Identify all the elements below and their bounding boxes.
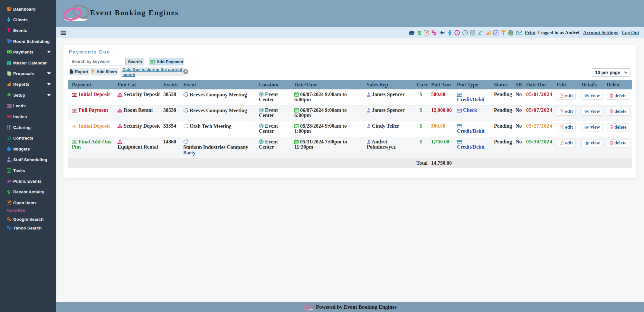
svg-text:$: $ — [418, 30, 421, 35]
svg-text:0: 0 — [74, 109, 75, 112]
svg-text:0: 0 — [152, 60, 153, 63]
svg-text:$: $ — [7, 190, 10, 194]
svg-text:0: 0 — [74, 125, 75, 127]
svg-text:0: 0 — [74, 93, 75, 96]
svg-text:0: 0 — [74, 141, 75, 143]
